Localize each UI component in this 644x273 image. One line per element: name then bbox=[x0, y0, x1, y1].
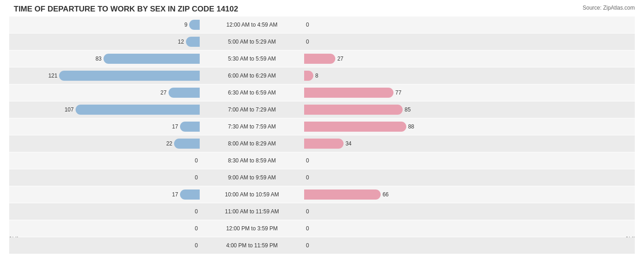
source-text: Source: ZipAtlas.com bbox=[583, 5, 635, 11]
chart-container: TIME OF DEPARTURE TO WORK BY SEX IN ZIP … bbox=[0, 0, 644, 273]
right-bar-area: 0 bbox=[302, 240, 495, 251]
time-label: 7:30 AM to 7:59 AM bbox=[202, 123, 302, 130]
left-bar-area: 107 bbox=[9, 105, 202, 115]
table-row: 228:00 AM to 8:29 AM34 bbox=[9, 135, 635, 152]
male-value: 0 bbox=[185, 174, 198, 181]
female-bar bbox=[304, 88, 393, 98]
left-bar-area: 0 bbox=[9, 173, 202, 183]
table-row: 09:00 AM to 9:59 AM0 bbox=[9, 169, 635, 186]
left-bar-area: 12 bbox=[9, 37, 202, 47]
table-row: 011:00 AM to 11:59 AM0 bbox=[9, 203, 635, 220]
female-bar bbox=[304, 71, 313, 81]
male-bar bbox=[169, 88, 200, 98]
chart-area: 912:00 AM to 4:59 AM0125:00 AM to 5:29 A… bbox=[9, 17, 635, 234]
right-bar-area: 0 bbox=[302, 223, 495, 234]
right-bar-area: 66 bbox=[302, 189, 495, 200]
left-bar-area: 0 bbox=[9, 240, 202, 251]
time-label: 4:00 PM to 11:59 PM bbox=[202, 242, 302, 249]
left-bar-area: 27 bbox=[9, 88, 202, 98]
left-bar-area: 0 bbox=[9, 223, 202, 234]
time-label: 7:00 AM to 7:29 AM bbox=[202, 106, 302, 113]
male-value: 22 bbox=[159, 140, 172, 147]
table-row: 1077:00 AM to 7:29 AM85 bbox=[9, 101, 635, 118]
right-bar-area: 0 bbox=[302, 156, 495, 166]
female-value: 8 bbox=[315, 72, 328, 79]
male-value: 17 bbox=[165, 191, 178, 198]
right-bar-area: 0 bbox=[302, 37, 495, 47]
female-bar bbox=[304, 139, 344, 149]
female-bar bbox=[304, 54, 335, 64]
male-bar bbox=[189, 20, 200, 30]
male-value: 0 bbox=[185, 225, 198, 232]
male-value: 0 bbox=[185, 157, 198, 164]
time-label: 8:00 AM to 8:29 AM bbox=[202, 140, 302, 147]
table-row: 08:30 AM to 8:59 AM0 bbox=[9, 152, 635, 169]
female-bar bbox=[304, 189, 381, 200]
female-bar bbox=[304, 122, 406, 132]
left-bar-area: 9 bbox=[9, 20, 202, 30]
right-bar-area: 8 bbox=[302, 71, 495, 81]
female-value: 77 bbox=[395, 89, 408, 96]
right-bar-area: 88 bbox=[302, 122, 495, 132]
right-bar-area: 77 bbox=[302, 88, 495, 98]
female-value: 0 bbox=[306, 39, 319, 45]
time-label: 12:00 AM to 4:59 AM bbox=[202, 22, 302, 28]
male-value: 0 bbox=[185, 208, 198, 215]
chart-title: TIME OF DEPARTURE TO WORK BY SEX IN ZIP … bbox=[9, 5, 635, 14]
left-bar-area: 22 bbox=[9, 139, 202, 149]
female-value: 66 bbox=[382, 191, 395, 198]
time-label: 12:00 PM to 3:59 PM bbox=[202, 225, 302, 232]
right-bar-area: 27 bbox=[302, 54, 495, 64]
female-value: 85 bbox=[404, 106, 417, 113]
time-label: 5:00 AM to 5:29 AM bbox=[202, 39, 302, 45]
male-value: 83 bbox=[89, 56, 102, 62]
female-value: 34 bbox=[345, 140, 358, 147]
male-bar bbox=[180, 189, 200, 200]
time-label: 5:30 AM to 5:59 AM bbox=[202, 56, 302, 62]
male-bar bbox=[180, 122, 200, 132]
female-value: 88 bbox=[408, 123, 421, 130]
table-row: 012:00 PM to 3:59 PM0 bbox=[9, 220, 635, 237]
left-bar-area: 121 bbox=[9, 71, 202, 81]
time-label: 9:00 AM to 9:59 AM bbox=[202, 174, 302, 181]
female-value: 0 bbox=[306, 242, 319, 249]
right-bar-area: 0 bbox=[302, 20, 495, 30]
left-bar-area: 83 bbox=[9, 54, 202, 64]
female-value: 0 bbox=[306, 157, 319, 164]
time-label: 6:00 AM to 6:29 AM bbox=[202, 72, 302, 79]
table-row: 1710:00 AM to 10:59 AM66 bbox=[9, 186, 635, 203]
male-value: 27 bbox=[154, 89, 167, 96]
female-value: 0 bbox=[306, 174, 319, 181]
male-value: 17 bbox=[165, 123, 178, 130]
left-bar-area: 17 bbox=[9, 189, 202, 200]
table-row: 276:30 AM to 6:59 AM77 bbox=[9, 84, 635, 101]
table-row: 912:00 AM to 4:59 AM0 bbox=[9, 17, 635, 33]
time-label: 10:00 AM to 10:59 AM bbox=[202, 191, 302, 198]
male-value: 12 bbox=[171, 39, 184, 45]
male-bar bbox=[104, 54, 200, 64]
female-bar bbox=[304, 105, 403, 115]
table-row: 125:00 AM to 5:29 AM0 bbox=[9, 33, 635, 50]
female-value: 0 bbox=[306, 225, 319, 232]
table-row: 835:30 AM to 5:59 AM27 bbox=[9, 50, 635, 67]
table-row: 1216:00 AM to 6:29 AM8 bbox=[9, 67, 635, 84]
right-bar-area: 34 bbox=[302, 139, 495, 149]
right-bar-area: 0 bbox=[302, 206, 495, 217]
table-row: 04:00 PM to 11:59 PM0 bbox=[9, 237, 635, 254]
female-value: 0 bbox=[306, 22, 319, 28]
right-bar-area: 85 bbox=[302, 105, 495, 115]
male-value: 9 bbox=[175, 22, 187, 28]
female-value: 27 bbox=[337, 56, 350, 62]
male-bar bbox=[186, 37, 200, 47]
time-label: 11:00 AM to 11:59 AM bbox=[202, 208, 302, 215]
male-value: 0 bbox=[185, 242, 198, 249]
male-value: 121 bbox=[44, 72, 57, 79]
table-row: 177:30 AM to 7:59 AM88 bbox=[9, 118, 635, 135]
left-bar-area: 0 bbox=[9, 156, 202, 166]
male-bar bbox=[59, 71, 200, 81]
male-bar bbox=[76, 105, 200, 115]
male-value: 107 bbox=[61, 106, 74, 113]
right-bar-area: 0 bbox=[302, 173, 495, 183]
left-bar-area: 0 bbox=[9, 206, 202, 217]
time-label: 6:30 AM to 6:59 AM bbox=[202, 89, 302, 96]
